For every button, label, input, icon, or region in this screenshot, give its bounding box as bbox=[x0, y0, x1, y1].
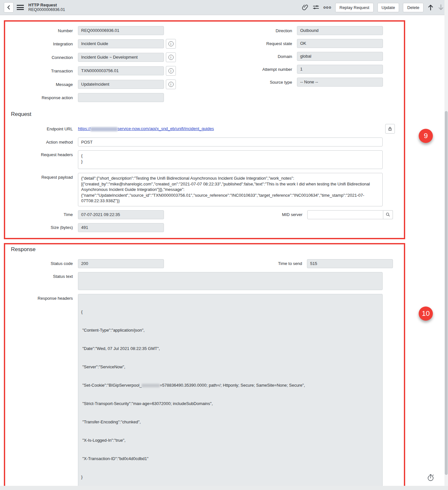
field-label: Message bbox=[5, 82, 78, 87]
attachment-icon[interactable] bbox=[302, 4, 309, 11]
headers-line: "Server":"ServiceNow", bbox=[81, 364, 379, 370]
field-row-response-action: Response action bbox=[5, 93, 205, 102]
headers-line: "Strict-Transport-Security":"max-age=630… bbox=[81, 400, 379, 407]
attempt-number-field: 1 bbox=[297, 65, 383, 74]
field-row-attempt-number: Attempt number 1 bbox=[205, 65, 404, 74]
request-payload-textarea[interactable]: {"detail":{"short_description":"Testing … bbox=[78, 173, 383, 206]
response-time-indicator-icon[interactable] bbox=[427, 474, 434, 483]
field-label: Time to send bbox=[164, 261, 307, 266]
more-options-icon[interactable]: ooo bbox=[323, 5, 331, 10]
field-label: Response action bbox=[5, 95, 78, 100]
record-type-title: HTTP Request bbox=[28, 3, 65, 8]
redacted-cookie-segment bbox=[142, 384, 160, 387]
search-icon bbox=[386, 212, 390, 217]
field-row-size: Size (bytes) 491 bbox=[5, 223, 404, 232]
number-field: REQ0000006936.01 bbox=[78, 26, 164, 35]
response-section-title: Response bbox=[11, 246, 404, 253]
connection-preview-button[interactable]: i bbox=[166, 52, 176, 62]
mid-server-input[interactable] bbox=[307, 210, 383, 219]
lock-icon bbox=[387, 126, 393, 131]
headers-line: "Date":"Wed, 07 Jul 2021 08:22:35 GMT", bbox=[81, 345, 379, 352]
field-label: Source type bbox=[205, 80, 297, 85]
transaction-preview-button[interactable]: i bbox=[166, 66, 176, 76]
message-preview-button[interactable]: i bbox=[166, 80, 176, 89]
field-label: Response headers bbox=[5, 294, 78, 301]
request-section-title: Request bbox=[11, 111, 404, 118]
record-number-subtitle: REQ0000006936.01 bbox=[28, 7, 65, 12]
time-to-send-field: 515 bbox=[307, 259, 393, 268]
update-button[interactable]: Update bbox=[377, 3, 399, 12]
connection-field: Incident Guide ~ Development bbox=[78, 53, 164, 62]
previous-record-icon[interactable] bbox=[427, 4, 434, 11]
redacted-instance-name bbox=[91, 127, 118, 131]
next-record-icon[interactable] bbox=[438, 4, 444, 11]
size-field: 491 bbox=[78, 223, 164, 232]
action-method-input[interactable] bbox=[78, 137, 383, 146]
field-row-transaction: Transaction TXN0000003756.01 i bbox=[5, 66, 205, 76]
response-action-field bbox=[78, 93, 164, 102]
field-label: Attempt number bbox=[205, 67, 297, 72]
field-row-time: Time 07-07-2021 09:22:35 MID server bbox=[5, 210, 404, 219]
field-label: Status text bbox=[5, 272, 78, 279]
field-label: Domain bbox=[205, 54, 297, 59]
field-row-direction: Direction Outbound bbox=[205, 26, 404, 35]
record-fields: Number REQ0000006936.01 Integration Inci… bbox=[5, 22, 404, 107]
window-bottom-strip bbox=[0, 486, 448, 490]
request-state-field: OK bbox=[297, 39, 383, 48]
annotation-box-response: 10 Response Status code 200 Time to send… bbox=[4, 243, 405, 490]
page-scrollbar[interactable] bbox=[444, 0, 448, 486]
field-label: Time bbox=[5, 212, 78, 217]
personalize-form-icon[interactable] bbox=[312, 4, 319, 11]
field-row-request-headers: Request headers { } bbox=[5, 150, 404, 169]
field-row-action-method: Action method bbox=[5, 137, 404, 146]
info-icon: i bbox=[168, 55, 174, 60]
headers-line: "Transfer-Encoding":"chunked", bbox=[81, 419, 379, 425]
message-field: UpdateIncident bbox=[78, 80, 164, 89]
annotation-box-request: 9 Number REQ0000006936.01 Integration In… bbox=[4, 20, 405, 239]
record-title-block: HTTP Request REQ0000006936.01 bbox=[28, 3, 65, 13]
integration-preview-button[interactable]: i bbox=[166, 39, 176, 49]
field-row-message: Message UpdateIncident i bbox=[5, 80, 205, 89]
delete-button[interactable]: Delete bbox=[403, 3, 424, 12]
field-label: Integration bbox=[5, 42, 78, 46]
field-label: Transaction bbox=[5, 69, 78, 73]
field-label: Connection bbox=[5, 55, 78, 60]
field-label: Size (bytes) bbox=[5, 225, 78, 230]
status-text-textarea bbox=[78, 272, 383, 290]
field-label: Endpoint URL bbox=[5, 127, 78, 131]
headers-line: "X-Transaction-ID":"bd0c4d0cdbd1" bbox=[81, 456, 379, 462]
headers-line: { bbox=[81, 309, 379, 315]
annotation-badge-10: 10 bbox=[419, 306, 433, 321]
field-row-status-text: Status text bbox=[5, 272, 404, 290]
scrollbar-thumb[interactable] bbox=[445, 111, 448, 475]
field-row-request-payload: Request payload {"detail":{"short_descri… bbox=[5, 173, 404, 206]
field-label: Request state bbox=[205, 41, 297, 46]
field-label: Status code bbox=[5, 261, 78, 266]
request-headers-textarea[interactable]: { } bbox=[78, 150, 383, 169]
info-icon: i bbox=[168, 82, 174, 87]
info-icon: i bbox=[168, 68, 174, 73]
domain-field: global bbox=[297, 52, 383, 61]
info-icon: i bbox=[168, 41, 174, 46]
field-row-connection: Connection Incident Guide ~ Development … bbox=[5, 52, 205, 62]
field-row-request-state: Request state OK bbox=[205, 39, 404, 48]
form-context-menu-icon[interactable] bbox=[17, 5, 24, 10]
form-header-bar: HTTP Request REQ0000006936.01 ooo Replay… bbox=[0, 0, 448, 15]
headers-line: } bbox=[81, 474, 379, 480]
time-field: 07-07-2021 09:22:35 bbox=[78, 210, 164, 219]
replay-request-button[interactable]: Replay Request bbox=[335, 3, 374, 12]
field-row-domain: Domain global bbox=[205, 52, 404, 61]
field-label: Number bbox=[5, 28, 78, 33]
field-label: MID server bbox=[164, 212, 307, 217]
mid-server-lookup-button[interactable] bbox=[383, 210, 393, 219]
integration-field: Incident Guide bbox=[78, 39, 164, 48]
unlock-field-button[interactable] bbox=[385, 124, 395, 134]
field-row-status-code: Status code 200 Time to send 515 bbox=[5, 259, 404, 268]
headers-line: "X-Is-Logged-In":"true", bbox=[81, 437, 379, 443]
back-button[interactable] bbox=[4, 2, 14, 13]
annotation-badge-9: 9 bbox=[419, 129, 433, 143]
endpoint-url-link[interactable]: https://service-now.com/api/x_snd_eb/uni… bbox=[78, 126, 214, 131]
status-code-field: 200 bbox=[78, 259, 164, 268]
headers-line: "Content-Type":"application/json", bbox=[81, 327, 379, 333]
field-label: Action method bbox=[5, 140, 78, 145]
